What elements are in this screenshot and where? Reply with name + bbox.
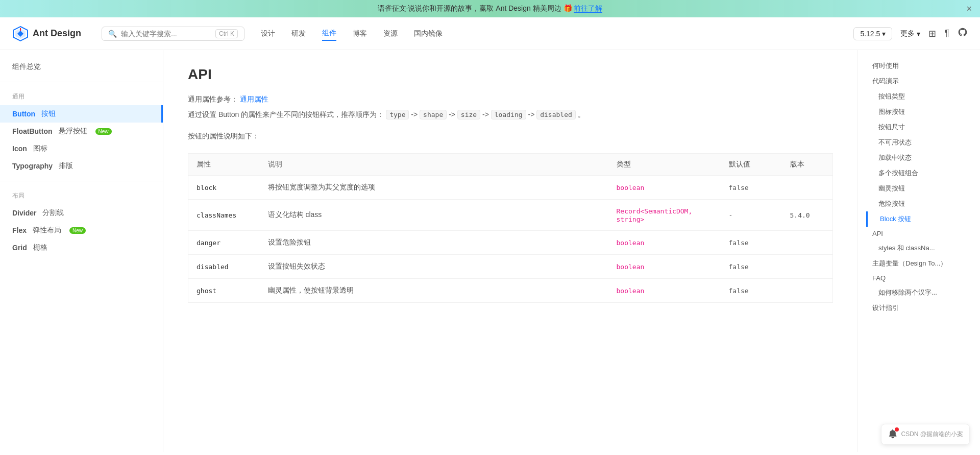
sidebar-item-en: Typography	[12, 162, 53, 170]
text-direction-icon[interactable]: ¶	[944, 28, 949, 39]
sidebar-item-en: Divider	[12, 209, 36, 217]
github-icon[interactable]	[958, 27, 968, 40]
sidebar-item-divider[interactable]: Divider 分割线	[0, 204, 163, 222]
right-sidebar-item-ghost[interactable]: 幽灵按钮	[866, 181, 972, 196]
sidebar-item-flex[interactable]: Flex 弹性布局 New	[0, 222, 163, 239]
prop-desc: 语义化结构 class	[268, 210, 322, 219]
col-header-type: 类型	[608, 154, 721, 176]
search-input[interactable]	[121, 30, 211, 38]
sidebar-item-en: Button	[12, 110, 35, 118]
search-shortcut: Ctrl K	[215, 29, 238, 38]
chevron-down-icon: ▾	[917, 30, 920, 38]
right-sidebar: 何时使用 代码演示 按钮类型 图标按钮 按钮尺寸 不可用状态 加载中状态 多个按…	[857, 50, 980, 452]
prop-default: false	[729, 239, 749, 247]
header-right: 5.12.5 ▾ 更多 ▾ ⊞ ¶	[853, 27, 968, 40]
prop-default: false	[729, 287, 749, 295]
sidebar-item-label: 弹性布局	[33, 226, 61, 235]
more-label: 更多	[900, 29, 915, 38]
right-sidebar-item-disabled[interactable]: 不可用状态	[866, 135, 972, 150]
banner-link[interactable]: 前往了解	[574, 4, 602, 13]
sidebar-divider-2	[0, 181, 163, 181]
api-table: 属性 说明 类型 默认值 版本 block 将按钮宽度调整为其父宽度的选项 bo…	[188, 153, 833, 303]
code-type: type	[386, 110, 409, 119]
logo[interactable]: Ant Design	[12, 26, 81, 42]
search-icon: 🔍	[108, 30, 117, 38]
sidebar-section-general: 通用	[0, 88, 163, 105]
notification-dot	[895, 427, 899, 432]
prop-desc: 设置危险按钮	[268, 238, 311, 246]
right-sidebar-item-faq[interactable]: FAQ	[866, 271, 972, 285]
sidebar-item-floatbutton[interactable]: FloatButton 悬浮按钮 New	[0, 123, 163, 140]
col-header-property: 属性	[188, 154, 260, 176]
prop-type: boolean	[617, 263, 645, 271]
sidebar-item-label: 组件总览	[12, 62, 41, 71]
prop-default: false	[729, 263, 749, 271]
api-intro: 通用属性参考： 通用属性	[188, 95, 833, 104]
prop-default: -	[729, 211, 733, 219]
new-badge-2: New	[69, 227, 86, 234]
sidebar-item-label: 分割线	[42, 208, 64, 218]
col-header-default: 默认值	[721, 154, 782, 176]
sidebar-item-overview[interactable]: 组件总览	[0, 58, 163, 76]
prop-type: Record<SemanticDOM, string>	[617, 207, 693, 223]
table-row: ghost 幽灵属性，使按钮背景透明 boolean false	[188, 279, 833, 303]
logo-icon	[12, 26, 29, 42]
header: Ant Design 🔍 Ctrl K 设计 研发 组件 博客 资源 国内镜像 …	[0, 17, 980, 50]
right-sidebar-item-styles[interactable]: styles 和 classNa...	[866, 241, 972, 256]
prop-default: false	[729, 184, 749, 191]
right-sidebar-item-btn-type[interactable]: 按钮类型	[866, 89, 972, 104]
sidebar-item-typography[interactable]: Typography 排版	[0, 157, 163, 175]
nav-resources[interactable]: 资源	[383, 27, 398, 40]
sidebar-section-layout: 布局	[0, 187, 163, 204]
table-row: danger 设置危险按钮 boolean false	[188, 231, 833, 255]
nav-blog[interactable]: 博客	[353, 27, 367, 40]
new-badge: New	[95, 128, 112, 135]
nav-dev[interactable]: 研发	[291, 27, 306, 40]
intro-link[interactable]: 通用属性	[240, 95, 268, 103]
right-sidebar-item-btn-size[interactable]: 按钮尺寸	[866, 119, 972, 135]
sidebar-item-en: Grid	[12, 244, 27, 252]
api-desc: 通过设置 Button 的属性来产生不同的按钮样式，推荐顺序为： type ->…	[188, 110, 833, 119]
grid-icon[interactable]: ⊞	[928, 28, 936, 39]
right-sidebar-item-group[interactable]: 多个按钮组合	[866, 165, 972, 181]
banner-close-button[interactable]: ×	[966, 4, 972, 14]
sidebar-item-label: 栅格	[33, 243, 47, 252]
right-sidebar-item-code-demo[interactable]: 代码演示	[866, 74, 972, 89]
right-sidebar-item-api[interactable]: API	[866, 227, 972, 241]
nav-design[interactable]: 设计	[261, 27, 275, 40]
right-sidebar-item-icon-btn[interactable]: 图标按钮	[866, 104, 972, 119]
sidebar-item-grid[interactable]: Grid 栅格	[0, 239, 163, 256]
right-sidebar-item-design[interactable]: 设计指引	[866, 300, 972, 316]
right-sidebar-item-block[interactable]: Block 按钮	[866, 211, 972, 227]
prop-type: boolean	[617, 184, 645, 191]
sidebar-item-label: 悬浮按钮	[59, 127, 87, 136]
sidebar-item-button[interactable]: Button 按钮	[0, 105, 163, 123]
right-sidebar-item-loading[interactable]: 加载中状态	[866, 150, 972, 165]
col-header-version: 版本	[782, 154, 833, 176]
sidebar-item-en: FloatButton	[12, 127, 53, 135]
right-sidebar-item-theme[interactable]: 主题变量（Design To...）	[866, 256, 972, 271]
more-button[interactable]: 更多 ▾	[900, 29, 920, 38]
left-sidebar: 组件总览 通用 Button 按钮 FloatButton 悬浮按钮 New I…	[0, 50, 163, 452]
right-sidebar-item-danger[interactable]: 危险按钮	[866, 196, 972, 211]
prop-name: danger	[197, 239, 220, 247]
notification-icon[interactable]	[888, 428, 898, 440]
code-loading: loading	[491, 110, 526, 119]
prop-name: ghost	[197, 287, 216, 295]
sidebar-item-label: 图标	[33, 144, 47, 153]
right-sidebar-item-when-to-use[interactable]: 何时使用	[866, 58, 972, 74]
main-nav: 设计 研发 组件 博客 资源 国内镜像	[261, 27, 443, 41]
prop-type: boolean	[617, 239, 645, 247]
prop-name: classNames	[197, 211, 236, 219]
csdn-text: CSDN @掘前端的小案	[901, 430, 963, 439]
table-row: disabled 设置按钮失效状态 boolean false	[188, 255, 833, 279]
sidebar-item-en: Flex	[12, 226, 27, 234]
nav-mirror[interactable]: 国内镜像	[414, 27, 443, 40]
version-selector[interactable]: 5.12.5 ▾	[853, 27, 892, 40]
right-sidebar-item-remove-chars[interactable]: 如何移除两个汉字...	[866, 285, 972, 300]
top-banner: 语雀征文·说说你和开源的故事，赢取 Ant Design 精美周边 🎁 前往了解…	[0, 0, 980, 17]
nav-components[interactable]: 组件	[322, 27, 336, 41]
sidebar-item-icon[interactable]: Icon 图标	[0, 140, 163, 157]
chevron-down-icon: ▾	[882, 30, 886, 38]
search-box[interactable]: 🔍 Ctrl K	[102, 27, 244, 41]
